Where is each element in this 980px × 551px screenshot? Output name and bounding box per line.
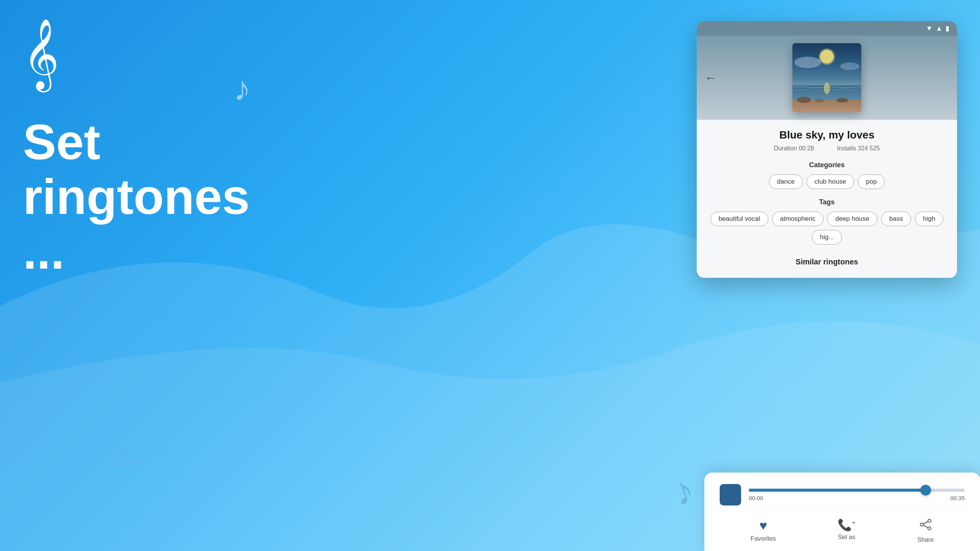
categories-row: dance club house pop <box>708 174 946 189</box>
song-duration: Duration 00:28 <box>774 145 814 152</box>
battery-icon: ▮ <box>946 24 949 33</box>
categories-title: Categories <box>708 161 946 169</box>
player-actions: ♥ Favorites 📞+ Set as Share <box>720 512 965 543</box>
left-panel: 𝄞 Set ringtones ... <box>0 0 260 551</box>
svg-point-6 <box>824 83 830 94</box>
headline-line1: Set <box>23 114 100 170</box>
back-button[interactable]: ← <box>704 71 717 85</box>
progress-fill <box>749 489 926 492</box>
total-time: 00:35 <box>950 495 965 501</box>
tag-beautiful-vocal[interactable]: beautiful vocal <box>710 212 768 226</box>
svg-point-4 <box>840 62 859 70</box>
category-dance[interactable]: dance <box>769 174 803 189</box>
category-clubhouse[interactable]: club house <box>807 174 854 189</box>
svg-point-10 <box>836 98 848 103</box>
favorites-label: Favorites <box>751 535 776 542</box>
album-art-image <box>792 43 861 112</box>
tag-deep-house[interactable]: deep house <box>827 212 877 226</box>
progress-bar-container[interactable]: 00:00 00:35 <box>749 489 965 501</box>
set-as-button[interactable]: 📞+ Set as <box>838 518 855 543</box>
current-time: 00:00 <box>749 495 763 501</box>
tag-bass[interactable]: bass <box>881 212 911 226</box>
signal-bars-icon: ▲ <box>936 24 942 33</box>
share-label: Share <box>917 536 934 543</box>
tags-row: beautiful vocal atmospheric deep house b… <box>708 212 946 245</box>
status-bar: ▼ ▲ ▮ <box>697 21 957 36</box>
signal-icon: ▼ <box>926 24 933 33</box>
svg-point-9 <box>815 99 824 103</box>
set-as-label: Set as <box>838 534 855 541</box>
headline-line2: ringtones ... <box>23 169 250 279</box>
progress-thumb[interactable] <box>920 485 931 496</box>
tag-atmospheric[interactable]: atmospheric <box>772 212 824 226</box>
progress-track[interactable] <box>749 489 965 492</box>
share-icon <box>919 518 932 534</box>
svg-point-12 <box>920 523 923 526</box>
tag-high[interactable]: high <box>915 212 943 226</box>
svg-line-15 <box>923 525 928 528</box>
card-header: ← <box>697 36 957 120</box>
phone-card: ▼ ▲ ▮ ← <box>697 21 957 278</box>
svg-point-13 <box>928 527 931 530</box>
share-button[interactable]: Share <box>917 518 934 543</box>
song-meta: Duration 00:28 Installs 324 525 <box>708 145 946 152</box>
category-pop[interactable]: pop <box>858 174 885 189</box>
player-card: 00:00 00:35 ♥ Favorites 📞+ Set as <box>704 473 980 551</box>
favorites-button[interactable]: ♥ Favorites <box>751 518 776 543</box>
card-content: Blue sky, my loves Duration 00:28 Instal… <box>697 120 957 278</box>
heart-icon: ♥ <box>760 518 767 533</box>
svg-point-3 <box>794 57 821 68</box>
player-top: 00:00 00:35 <box>720 484 965 505</box>
tag-hig[interactable]: hig... <box>812 230 842 245</box>
svg-point-8 <box>797 97 811 103</box>
album-art <box>792 43 861 112</box>
svg-point-11 <box>928 519 931 522</box>
song-installs: Installs 324 525 <box>837 145 880 152</box>
play-button[interactable] <box>720 484 741 505</box>
time-labels: 00:00 00:35 <box>749 495 965 501</box>
phone-plus-icon: 📞+ <box>838 518 855 531</box>
treble-clef-icon: 𝄞 <box>23 23 59 84</box>
similar-ringtones-title: Similar ringtones <box>708 254 946 269</box>
song-title: Blue sky, my loves <box>708 129 946 141</box>
svg-line-14 <box>923 522 928 524</box>
headline: Set ringtones ... <box>23 115 250 279</box>
tags-title: Tags <box>708 198 946 206</box>
